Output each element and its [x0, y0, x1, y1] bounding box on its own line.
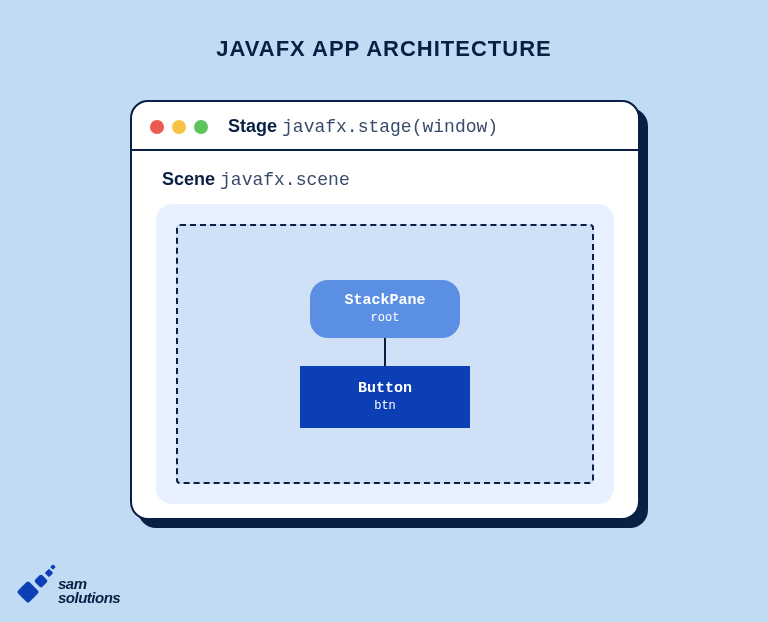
brand-logo: sam solutions: [18, 564, 120, 604]
scene-label-bold: Scene: [162, 169, 215, 189]
scene-graph-area: StackPane root Button btn: [176, 224, 594, 484]
button-node-var: btn: [374, 399, 396, 414]
logo-text: sam solutions: [58, 577, 120, 604]
window-titlebar: Stage javafx.stage(window): [132, 102, 638, 151]
minimize-icon: [172, 120, 186, 134]
close-icon: [150, 120, 164, 134]
maximize-icon: [194, 120, 208, 134]
tree-connector: [384, 338, 386, 366]
scene-label-code: javafx.scene: [220, 170, 350, 190]
os-window: Stage javafx.stage(window) Scene javafx.…: [130, 100, 640, 520]
stage-label-code: javafx.stage(window): [282, 117, 498, 137]
stage-label: Stage javafx.stage(window): [228, 116, 498, 137]
logo-line2: solutions: [58, 589, 120, 606]
stackpane-node: StackPane root: [310, 280, 460, 338]
button-node: Button btn: [300, 366, 470, 428]
scene-label: Scene javafx.scene: [162, 169, 614, 190]
stackpane-var: root: [371, 311, 400, 326]
page-title: JAVAFX APP ARCHITECTURE: [0, 0, 768, 62]
button-node-name: Button: [358, 380, 412, 399]
logo-mark-icon: [18, 564, 56, 604]
window-body: Scene javafx.scene StackPane root Button…: [132, 151, 638, 528]
stackpane-name: StackPane: [344, 292, 425, 311]
scene-container: StackPane root Button btn: [156, 204, 614, 504]
stage-label-bold: Stage: [228, 116, 277, 136]
